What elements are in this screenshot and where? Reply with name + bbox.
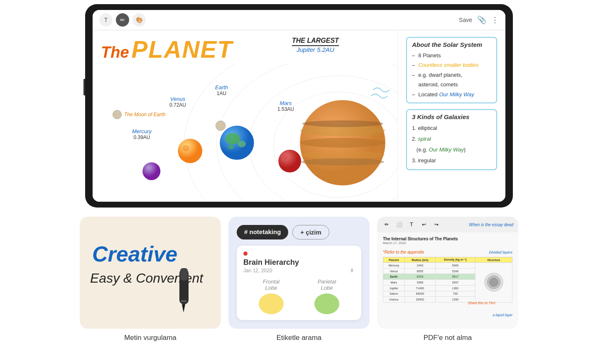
- more-icon[interactable]: ⋮: [491, 15, 499, 24]
- list-item-dwarf: e.g. dwarf planets,asteroid, comets: [412, 70, 491, 90]
- svg-point-8: [302, 120, 383, 127]
- note-content: The PLANET THE LARGEST Jupiter 5.2AU The…: [93, 30, 505, 202]
- svg-point-6: [300, 138, 385, 148]
- countless-bodies-text: Countless smaller bodies: [418, 60, 478, 70]
- svg-point-12: [238, 141, 246, 147]
- list-item-planets: 8 Planets: [412, 51, 491, 60]
- galaxies-title: 3 Kinds of Galaxies: [412, 113, 491, 120]
- mic-icon: 🎙: [350, 268, 355, 274]
- toolbar-right: Save 📎 ⋮: [459, 15, 499, 24]
- brain-diagram: FrontalLobe ParietalLobe: [243, 278, 355, 314]
- planet-title-area: The PLANET: [101, 35, 233, 63]
- feature-card-pdf: ✏ ⬜ T ↩ ↪ When is the essay dead The Int…: [377, 217, 518, 342]
- tag-notetaking[interactable]: # notetaking: [237, 225, 288, 239]
- creative-text: Creative: [92, 242, 177, 266]
- pdf-main-title: The Internal Structures of The Planets: [383, 237, 512, 241]
- pdf-eraser-icon[interactable]: ⬜: [395, 220, 404, 229]
- solar-system-list: 8 Planets Countless smaller bodies e.g. …: [412, 51, 491, 99]
- venus-label: Venus 0.72AU: [169, 96, 186, 108]
- mars-planet: [278, 150, 301, 173]
- frontal-lobe: FrontalLobe: [259, 278, 284, 314]
- pdf-share-annotation: Share this to Tim!: [468, 301, 495, 306]
- note-date: Jan 12, 2020 🎙: [243, 268, 355, 274]
- toolbar-left: T ✏ 🎨: [99, 13, 146, 27]
- text-tool-button[interactable]: T: [99, 13, 113, 27]
- save-button[interactable]: Save: [459, 17, 472, 23]
- red-dot: [243, 252, 248, 256]
- etiket-label: Etiketle arama: [277, 334, 322, 342]
- galaxy-item-2: 2. spiral (e.g. Our Milky Way): [412, 134, 491, 155]
- tag-cizim[interactable]: + çizim: [292, 225, 329, 239]
- tablet-frame: T ✏ 🎨 Save 📎 ⋮ The PLANET THE: [85, 4, 513, 208]
- galaxy-item-1: 1. elliptical: [412, 123, 491, 134]
- earth-label: Earth 1AU: [215, 84, 228, 96]
- pdf-date: March 17, 2020: [383, 241, 512, 245]
- galaxies-box: 3 Kinds of Galaxies 1. elliptical 2. spi…: [406, 109, 497, 170]
- largest-text: THE LARGEST: [292, 37, 339, 46]
- pdf-when-label: When is the essay dead: [469, 222, 513, 227]
- galaxies-list: 1. elliptical 2. spiral (e.g. Our Milky …: [412, 123, 491, 166]
- attach-icon[interactable]: 📎: [477, 15, 486, 24]
- metin-label: Metin vurgulama: [124, 334, 176, 342]
- color-tool-button[interactable]: 🎨: [132, 13, 146, 27]
- stylus-shape: [154, 265, 213, 316]
- galaxy-item-3: 3. iregular: [412, 155, 491, 166]
- svg-rect-16: [180, 268, 188, 281]
- pdf-divided: Divided layers: [489, 250, 512, 254]
- pdf-liquid-annotation: a liquid layer: [493, 313, 512, 317]
- largest-box: THE LARGEST Jupiter 5.2AU: [292, 37, 339, 53]
- svg-rect-18: [181, 300, 186, 302]
- feature-card-etiket: # notetaking + çizim Brain Hierarchy Jan…: [228, 217, 370, 342]
- solar-system-box: About the Solar System 8 Planets Countle…: [406, 37, 497, 103]
- card1-inner: Creative Easy & Convenient: [80, 217, 221, 329]
- pdf-subtitle: *Refer to the appendix: [383, 250, 424, 254]
- pdf-redo-icon[interactable]: ↪: [432, 220, 441, 229]
- mercury-planet: [142, 162, 160, 180]
- svg-point-9: [301, 158, 384, 166]
- toolbar: T ✏ 🎨 Save 📎 ⋮: [93, 10, 505, 30]
- tablet-screen: T ✏ 🎨 Save 📎 ⋮ The PLANET THE: [93, 10, 505, 202]
- svg-point-10: [283, 154, 288, 159]
- moon-circle-svg: [216, 121, 225, 131]
- list-item-located: Located Our Milky Way: [412, 90, 491, 99]
- frontal-circle: [259, 293, 284, 314]
- svg-point-13: [228, 144, 234, 149]
- pdf-undo-icon[interactable]: ↩: [419, 220, 429, 229]
- brain-title: Brain Hierarchy: [243, 258, 299, 267]
- svg-point-21: [490, 278, 498, 286]
- pen-tool-button[interactable]: ✏: [116, 13, 129, 27]
- title-planet: PLANET: [132, 35, 233, 63]
- pdf-pen-icon[interactable]: ✏: [382, 220, 391, 229]
- mars-label: Mars 1.53AU: [277, 100, 294, 112]
- parietal-lobe: ParietalLobe: [314, 278, 339, 314]
- solar-system-title: About the Solar System: [412, 41, 491, 48]
- svg-marker-17: [182, 304, 185, 313]
- parietal-circle: [314, 293, 339, 314]
- card2-inner: # notetaking + çizim Brain Hierarchy Jan…: [228, 217, 370, 329]
- pdf-label: PDF'e not alma: [424, 334, 472, 342]
- venus-planet: [178, 139, 202, 163]
- side-button: [83, 79, 85, 95]
- tag-row: # notetaking + çizim: [237, 225, 329, 239]
- pdf-subheaders: *Refer to the appendix Divided layers: [383, 247, 512, 254]
- planet-diagram-area: The PLANET THE LARGEST Jupiter 5.2AU The…: [93, 30, 397, 202]
- pdf-content: The Internal Structures of The Planets M…: [377, 232, 518, 329]
- feature-card-metin: Creative Easy & Convenient Metin vurgula…: [80, 217, 221, 342]
- svg-point-14: [183, 145, 189, 151]
- pdf-text-icon[interactable]: T: [407, 220, 416, 229]
- features-row: Creative Easy & Convenient Metin vurgula…: [79, 217, 519, 342]
- list-item-bodies: Countless smaller bodies: [412, 60, 491, 70]
- note-card-mini: Brain Hierarchy Jan 12, 2020 🎙 FrontalLo…: [237, 246, 361, 320]
- mercury-label: Mercury 0.39AU: [132, 128, 152, 140]
- svg-point-7: [301, 151, 385, 159]
- notes-panel: About the Solar System 8 Planets Countle…: [397, 30, 505, 202]
- pdf-table: Planets Radius (km) Density (kg m⁻³) Str…: [383, 257, 512, 303]
- pdf-toolbar: ✏ ⬜ T ↩ ↪ When is the essay dead: [377, 217, 518, 232]
- milky-way-text1: Our Milky Way: [439, 90, 474, 99]
- svg-point-11: [225, 133, 240, 144]
- card3-inner: ✏ ⬜ T ↩ ↪ When is the essay dead The Int…: [377, 217, 518, 329]
- jupiter-text: Jupiter 5.2AU: [292, 46, 339, 53]
- title-the: The: [101, 44, 129, 61]
